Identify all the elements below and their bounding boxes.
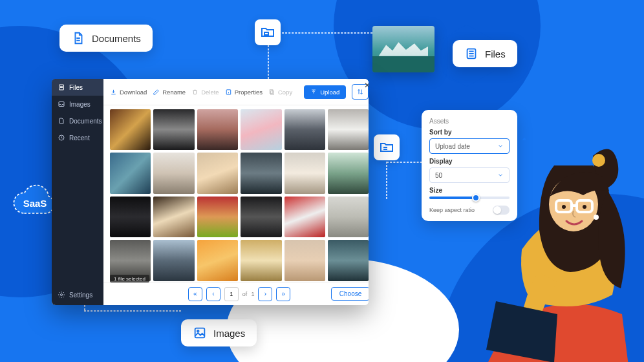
svg-point-2 [197,330,199,332]
selection-text: 1 file selected [114,276,145,282]
toolbar-label: Download [120,89,147,96]
svg-point-7 [61,294,63,296]
properties-button[interactable]: Properties [225,89,263,96]
thumbnail-grid [103,105,369,282]
thumbnail[interactable] [284,197,325,237]
thumbnail[interactable] [110,109,151,150]
thumbnail[interactable] [241,197,281,237]
copy-button[interactable]: Copy [268,89,292,96]
thumbnail[interactable] [197,153,238,193]
sidebar-item-files[interactable]: Files [52,79,103,96]
pager-next-button[interactable]: › [258,287,272,301]
download-button[interactable]: Download [110,89,147,96]
thumbnail[interactable] [241,240,281,281]
saas-label: SaaS [23,198,47,209]
sidebar: Files Images Documents Recent Settings [52,79,103,305]
thumbnail[interactable] [328,240,369,281]
floating-image-preview [372,26,435,72]
svg-rect-9 [271,90,274,94]
thumbnail[interactable] [110,197,151,237]
thumbnail[interactable] [197,109,238,150]
sidebar-settings-label: Settings [69,292,92,299]
pager-total: 1 [251,291,254,297]
svg-point-18 [594,215,599,220]
svg-rect-3 [264,32,268,35]
svg-rect-10 [270,89,273,93]
sidebar-item-label: Files [69,84,83,91]
close-button[interactable]: ✕ [362,80,369,90]
toolbar-label: Copy [278,89,292,96]
thumbnail[interactable] [328,109,369,150]
connector [268,45,269,79]
pill-label: Documents [92,33,141,44]
sidebar-item-images[interactable]: Images [52,96,103,112]
sidebar-item-label: Recent [69,134,90,142]
thumbnail[interactable] [153,109,194,150]
pill-label: Files [485,48,506,59]
connector [282,32,372,34]
pill-files: Files [453,40,517,67]
connector [84,310,181,312]
svg-point-16 [562,205,566,209]
choose-button[interactable]: Choose [331,287,369,301]
copy-icon [268,89,275,96]
files-icon [58,83,65,91]
thumbnail[interactable] [197,240,238,281]
sidebar-item-label: Documents [69,118,102,125]
thumbnail[interactable] [110,153,151,193]
svg-point-17 [583,205,586,209]
thumbnail[interactable] [241,109,281,150]
sidebar-item-label: Images [69,101,91,108]
pager: « ‹ of 1 › » Choose [103,282,369,305]
svg-point-12 [592,154,605,167]
pager-first-button[interactable]: « [188,287,202,301]
toolbar-label: Properties [235,89,263,96]
thumbnail[interactable] [197,197,238,237]
trash-icon [191,89,199,96]
edit-icon [153,89,160,96]
download-icon [110,89,117,96]
thumbnail[interactable] [153,153,194,193]
folder-float-1 [255,19,281,45]
thumbnail[interactable] [284,153,325,193]
thumbnail[interactable] [284,109,325,150]
pill-images: Images [181,319,257,346]
toolbar-label: Rename [162,89,186,96]
rename-button[interactable]: Rename [153,89,186,96]
person-illustration [460,120,644,362]
thumbnail[interactable] [153,197,194,237]
upload-label: Upload [320,89,339,96]
delete-button[interactable]: Delete [191,89,219,96]
pager-last-button[interactable]: » [276,287,290,301]
thumbnail[interactable] [328,153,369,193]
file-manager-window: Files Images Documents Recent Settings ✕… [52,79,369,305]
connector [387,162,425,163]
thumbnail[interactable] [241,153,281,193]
thumbnail[interactable] [328,197,369,237]
files-icon [464,47,478,61]
connector [386,162,387,199]
file-manager-main: ✕ Download Rename Delete Properties Copy [103,79,369,305]
pill-label: Images [213,328,245,339]
thumbnail[interactable] [153,240,194,281]
thumbnail[interactable] [284,240,325,281]
gear-icon [58,291,65,299]
upload-button[interactable]: Upload [304,85,346,99]
pill-documents: Documents [59,25,153,52]
choose-label: Choose [339,290,361,297]
pager-current-input[interactable] [224,287,239,301]
image-icon [58,100,65,108]
image-icon [193,326,207,340]
sidebar-item-recent[interactable]: Recent [52,129,103,146]
pager-prev-button[interactable]: ‹ [206,287,220,301]
info-icon [225,89,232,96]
sidebar-item-documents[interactable]: Documents [52,112,103,129]
toolbar-label: Delete [201,89,219,96]
sidebar-settings[interactable]: Settings [52,284,103,305]
pager-of-label: of [242,291,248,297]
display-value: 50 [435,172,442,179]
upload-icon [310,89,317,95]
clock-icon [58,134,65,142]
toolbar: Download Rename Delete Properties Copy [103,79,369,105]
document-icon [58,117,65,125]
